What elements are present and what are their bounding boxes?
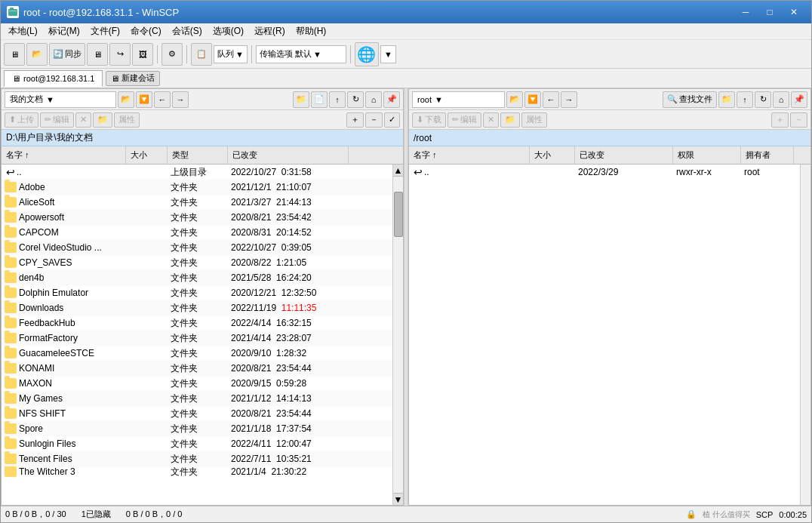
minimize-button[interactable]: ─ [734,5,757,20]
left-row-mygames[interactable]: My Games 文件夹 2021/1/12 14:14:13 [2,391,392,406]
right-forward-btn[interactable]: → [561,91,577,108]
left-row-maxon[interactable]: MAXON 文件夹 2020/9/15 0:59:28 [2,376,392,391]
left-delete-btn[interactable]: ✕ [75,112,91,128]
toolbar-btn5[interactable]: 🖼 [132,43,153,66]
left-mkdir-btn[interactable]: 📁 [93,112,112,128]
right-folder-icon-btn[interactable]: 📂 [506,91,523,108]
toolbar-btn3[interactable]: 🖥 [87,43,108,66]
right-mkdir-btn[interactable]: 📁 [500,112,520,128]
left-forward-btn[interactable]: → [172,91,189,108]
left-scrollbar[interactable]: ▲ ▼ [392,165,403,505]
transfer-options-dropdown[interactable]: 传输选项 默认 ▼ [256,45,346,63]
left-row-konami[interactable]: KONAMI 文件夹 2020/8/21 23:54:44 [2,361,392,376]
left-row-nfs[interactable]: NFS SHIFT 文件夹 2020/8/21 23:54:44 [2,406,392,421]
left-row-apowersoft[interactable]: Apowersoft 文件夹 2020/8/21 23:54:42 [2,210,392,225]
left-row-corel[interactable]: Corel VideoStudio ... 文件夹 2022/10/27 0:3… [2,240,392,255]
globe-btn[interactable]: 🌐 [355,42,379,66]
menu-options[interactable]: 选项(O) [208,23,248,39]
right-header-owner[interactable]: 拥有者 [741,146,794,164]
left-row-formatfactory[interactable]: FormatFactory 文件夹 2021/4/14 23:28:07 [2,331,392,346]
folder-icon-downloads [5,303,17,313]
left-props-btn[interactable]: 属性 [114,112,140,128]
left-refresh-btn[interactable]: ↻ [347,91,364,108]
menu-command[interactable]: 命令(C) [126,23,166,39]
menu-local[interactable]: 本地(L) [4,23,42,39]
left-header-modified[interactable]: 已改变 [228,146,349,164]
session-tab-label: root@192.168.31.1 [23,74,94,83]
left-filter-btn[interactable]: 🔽 [136,91,152,108]
left-path-box[interactable]: 我的文档 ▼ [5,91,116,108]
main-toolbar: 🖥 📂 🔄 同步 🖥 ↪ 🖼 ⚙ 📋 队列 ▼ [1,40,811,69]
left-new-folder-btn[interactable]: 📁 [293,91,309,108]
scroll-down-btn[interactable]: ▼ [393,493,403,505]
toolbar-local-btn2[interactable]: 📂 [26,43,48,66]
left-up-btn[interactable]: ↑ [329,91,346,108]
session-tab[interactable]: 🖥 root@192.168.31.1 [4,70,103,87]
scroll-thumb-left[interactable] [394,192,403,237]
right-edit-btn[interactable]: ✏ 编辑 [448,112,481,128]
toolbar-local-btn1[interactable]: 🖥 [4,43,25,66]
right-up-btn[interactable]: ↑ [737,91,753,108]
menu-file[interactable]: 文件(F) [86,23,125,39]
close-button[interactable]: ✕ [783,5,805,20]
settings-btn[interactable]: ⚙ [161,43,183,66]
left-row-dolphin[interactable]: Dolphin Emulator 文件夹 2020/12/21 12:32:50 [2,285,392,300]
right-delete-btn[interactable]: ✕ [483,112,499,128]
right-header-size[interactable]: 大小 [530,146,575,164]
right-header-modified[interactable]: 已改变 [575,146,673,164]
right-row-up[interactable]: ↩ .. 2022/3/29 rwxr-xr-x root [409,165,800,180]
left-row-capcom[interactable]: CAPCOM 文件夹 2020/8/31 20:14:52 [2,225,392,240]
menu-mark[interactable]: 标记(M) [44,23,85,39]
left-row-up[interactable]: ↩ .. 上级目录 2022/10/27 0:31:58 [2,165,392,180]
right-header-name[interactable]: 名字 ↑ [409,146,530,164]
left-row-tencent[interactable]: Tencent Files 文件夹 2022/7/11 10:35:21 [2,451,392,466]
right-refresh-btn[interactable]: ↻ [755,91,771,108]
left-row-downloads[interactable]: Downloads 文件夹 2022/11/19 11:11:35 [2,300,392,315]
left-row-alicesoft[interactable]: AliceSoft 文件夹 2021/3/27 21:44:13 [2,195,392,210]
right-new-folder-btn[interactable]: 📁 [718,91,735,108]
queue-dropdown[interactable]: 队列 ▼ [214,45,248,63]
toolbar-btn4[interactable]: ↪ [109,43,131,66]
left-home-btn[interactable]: ⌂ [365,91,382,108]
right-back-btn[interactable]: ← [543,91,559,108]
left-header-type[interactable]: 类型 [168,146,228,164]
left-row-adobe[interactable]: Adobe 文件夹 2021/12/1 21:10:07 [2,180,392,195]
left-bookmark-btn[interactable]: 📌 [383,91,400,108]
new-session-button[interactable]: 🖥 新建会话 [106,71,160,86]
left-row-witcher[interactable]: The Witcher 3 文件夹 2021/1/4 21:30:22 [2,466,392,477]
right-search-btn[interactable]: 🔍 查找文件 [663,91,717,108]
right-minus-btn[interactable]: － [790,112,807,128]
left-upload-btn[interactable]: ⬆ 上传 [5,112,38,128]
scroll-up-btn[interactable]: ▲ [393,165,403,177]
left-new-btn[interactable]: ＋ [346,112,364,128]
globe-dropdown[interactable]: ▼ [380,45,396,63]
left-edit-btn[interactable]: ✏ 编辑 [40,112,74,128]
sync-btn[interactable]: 🔄 同步 [49,43,85,66]
left-folder-icon-btn[interactable]: 📂 [118,91,134,108]
left-row-sunlogin[interactable]: Sunlogin Files 文件夹 2022/4/11 12:00:47 [2,436,392,451]
left-header-size[interactable]: 大小 [126,146,168,164]
left-row-den4b[interactable]: den4b 文件夹 2021/5/28 16:24:20 [2,270,392,285]
menu-session[interactable]: 会话(S) [168,23,207,39]
right-download-btn[interactable]: ⬇ 下载 [412,112,446,128]
left-row-feedbackhub[interactable]: FeedbackHub 文件夹 2022/4/14 16:32:15 [2,315,392,331]
right-path-box[interactable]: root ▼ [412,91,505,108]
toolbar-btn6[interactable]: 📋 [191,43,212,66]
left-new-file-btn[interactable]: 📄 [311,91,328,108]
left-row-spore[interactable]: Spore 文件夹 2021/1/18 17:37:54 [2,421,392,436]
maximize-button[interactable]: □ [758,5,781,20]
right-filter-btn[interactable]: 🔽 [524,91,541,108]
right-new-btn[interactable]: ＋ [771,112,789,128]
menu-remote[interactable]: 远程(R) [250,23,290,39]
left-check-btn[interactable]: ✓ [384,112,400,128]
left-row-cpy[interactable]: CPY_SAVES 文件夹 2020/8/22 1:21:05 [2,255,392,270]
menu-help[interactable]: 帮助(H) [291,23,331,39]
left-row-guacamelee[interactable]: GuacameleeSTCE 文件夹 2020/9/10 1:28:32 [2,346,392,361]
right-bookmark-btn[interactable]: 📌 [791,91,807,108]
right-props-btn[interactable]: 属性 [521,112,547,128]
left-minus-btn[interactable]: － [365,112,383,128]
right-home-btn[interactable]: ⌂ [773,91,789,108]
right-header-perms[interactable]: 权限 [673,146,741,164]
left-header-name[interactable]: 名字 ↑ [2,146,126,164]
left-back-btn[interactable]: ← [154,91,171,108]
